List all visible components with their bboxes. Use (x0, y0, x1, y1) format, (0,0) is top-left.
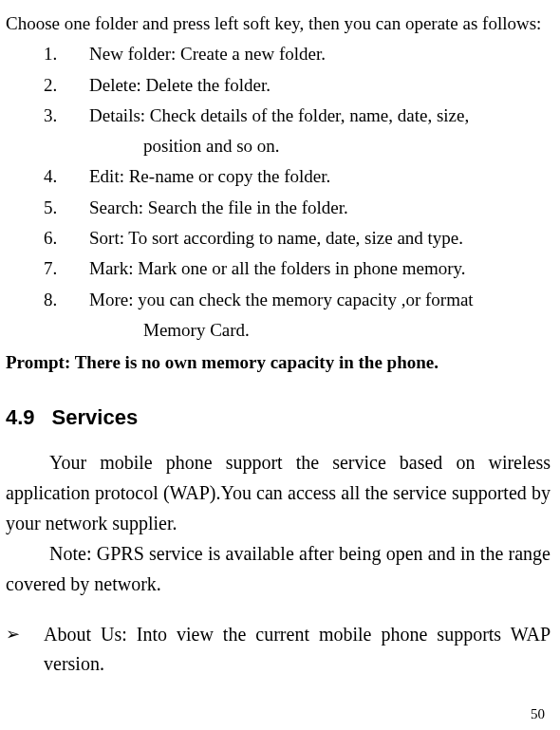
numbered-list: 1. New folder: Create a new folder. 2. D… (6, 39, 551, 346)
list-number: 6. (6, 223, 89, 253)
list-number: 7. (6, 253, 89, 284)
list-item: 4. Edit: Re-name or copy the folder. (6, 161, 551, 192)
list-text: Search: Search the file in the folder. (89, 193, 551, 223)
body-paragraph: Note: GPRS service is available after be… (6, 538, 551, 599)
body-paragraph: Your mobile phone support the service ba… (6, 447, 551, 538)
list-text-continuation: position and so on. (6, 131, 551, 161)
list-item: 1. New folder: Create a new folder. (6, 39, 551, 69)
bullet-list: ➢ About Us: Into view the current mobile… (6, 620, 551, 679)
bullet-item: ➢ About Us: Into view the current mobile… (6, 620, 551, 679)
list-text: More: you can check the memory capacity … (89, 285, 551, 315)
prompt-text: Prompt: There is no own memory capacity … (6, 347, 551, 378)
section-title: Services (52, 405, 139, 429)
list-item: 6. Sort: To sort according to name, date… (6, 223, 551, 253)
page-number: 50 (531, 706, 545, 722)
list-text: Details: Check details of the folder, na… (89, 101, 551, 131)
list-item: 7. Mark: Mark one or all the folders in … (6, 253, 551, 284)
list-item: 8. More: you can check the memory capaci… (6, 285, 551, 346)
section-number: 4.9 (6, 405, 35, 430)
list-number: 1. (6, 39, 89, 69)
list-text: New folder: Create a new folder. (89, 39, 551, 69)
list-text: Edit: Re-name or copy the folder. (89, 161, 551, 192)
list-number: 8. (6, 285, 89, 315)
list-item: 3. Details: Check details of the folder,… (6, 101, 551, 162)
arrow-bullet-icon: ➢ (6, 620, 44, 679)
list-number: 5. (6, 193, 89, 223)
page: Choose one folder and press left soft ke… (0, 0, 560, 730)
list-item: 5. Search: Search the file in the folder… (6, 193, 551, 223)
list-number: 3. (6, 101, 89, 131)
intro-text: Choose one folder and press left soft ke… (6, 8, 551, 39)
list-text: Sort: To sort according to name, date, s… (89, 223, 551, 253)
section-heading: 4.9Services (6, 405, 551, 430)
list-text-continuation: Memory Card. (6, 315, 551, 346)
list-text: Mark: Mark one or all the folders in pho… (89, 253, 551, 284)
bullet-text: About Us: Into view the current mobile p… (44, 620, 551, 679)
list-item: 2. Delete: Delete the folder. (6, 70, 551, 101)
list-text: Delete: Delete the folder. (89, 70, 551, 101)
list-number: 4. (6, 161, 89, 192)
list-number: 2. (6, 70, 89, 101)
